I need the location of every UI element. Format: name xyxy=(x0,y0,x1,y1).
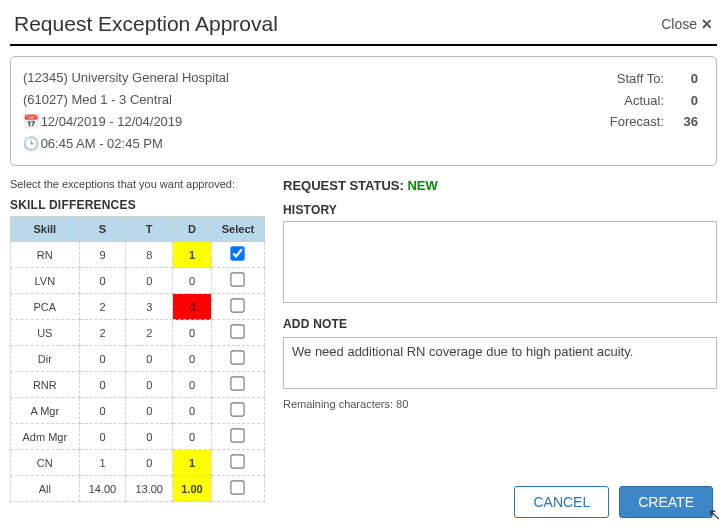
table-row: All14.0013.001.00 xyxy=(11,476,265,502)
add-note-heading: ADD NOTE xyxy=(283,317,717,331)
cell-t: 0 xyxy=(126,450,173,476)
cell-skill: LVN xyxy=(11,268,80,294)
cell-select xyxy=(211,268,264,294)
row-checkbox[interactable] xyxy=(231,429,245,443)
history-box[interactable] xyxy=(283,221,717,303)
table-row: Dir000 xyxy=(11,346,265,372)
table-row: A Mgr000 xyxy=(11,398,265,424)
cell-t: 0 xyxy=(126,268,173,294)
cell-t: 13.00 xyxy=(126,476,173,502)
cell-d: 0 xyxy=(173,398,212,424)
cell-s: 2 xyxy=(79,320,126,346)
note-textarea[interactable] xyxy=(283,337,717,389)
cell-select xyxy=(211,450,264,476)
cell-select xyxy=(211,242,264,268)
calendar-icon: 📅 xyxy=(23,111,37,133)
cell-skill: US xyxy=(11,320,80,346)
row-checkbox[interactable] xyxy=(231,455,245,469)
cell-s: 0 xyxy=(79,372,126,398)
table-row: Adm Mgr000 xyxy=(11,424,265,450)
cell-s: 0 xyxy=(79,398,126,424)
cell-select xyxy=(211,294,264,320)
skill-table: Skill S T D Select RN981LVN000PCA23-1US2… xyxy=(10,216,265,502)
instruction-text: Select the exceptions that you want appr… xyxy=(10,178,265,190)
cell-skill: All xyxy=(11,476,80,502)
table-row: CN101 xyxy=(11,450,265,476)
row-checkbox[interactable] xyxy=(231,481,245,495)
staff-to-label: Staff To: xyxy=(606,69,668,89)
unit-name: (61027) Med 1 - 3 Central xyxy=(23,89,229,111)
col-skill: Skill xyxy=(11,217,80,242)
cell-select xyxy=(211,320,264,346)
cell-d: 0 xyxy=(173,372,212,398)
cell-select xyxy=(211,372,264,398)
skill-diff-heading: SKILL DIFFERENCES xyxy=(10,198,265,212)
table-row: RN981 xyxy=(11,242,265,268)
col-select: Select xyxy=(211,217,264,242)
cell-s: 2 xyxy=(79,294,126,320)
cell-skill: A Mgr xyxy=(11,398,80,424)
table-row: RNR000 xyxy=(11,372,265,398)
row-checkbox[interactable] xyxy=(231,325,245,339)
col-d: D xyxy=(173,217,212,242)
cell-d: 0 xyxy=(173,346,212,372)
create-button[interactable]: CREATE xyxy=(619,486,713,518)
cell-skill: Adm Mgr xyxy=(11,424,80,450)
cell-d: -1 xyxy=(173,294,212,320)
cell-skill: CN xyxy=(11,450,80,476)
actual-label: Actual: xyxy=(606,91,668,111)
cell-s: 1 xyxy=(79,450,126,476)
close-icon: ✕ xyxy=(701,16,713,32)
cell-d: 1 xyxy=(173,450,212,476)
titlebar: Request Exception Approval Close✕ xyxy=(10,8,717,46)
remaining-chars: Remaining characters: 80 xyxy=(283,398,717,410)
row-checkbox[interactable] xyxy=(231,377,245,391)
cell-d: 1.00 xyxy=(173,476,212,502)
col-t: T xyxy=(126,217,173,242)
cell-s: 0 xyxy=(79,346,126,372)
dialog-title: Request Exception Approval xyxy=(14,12,278,36)
forecast-value: 36 xyxy=(674,112,698,132)
row-checkbox[interactable] xyxy=(231,247,245,261)
row-checkbox[interactable] xyxy=(231,351,245,365)
close-label: Close xyxy=(661,16,697,32)
cell-t: 3 xyxy=(126,294,173,320)
clock-icon: 🕒 xyxy=(23,133,37,155)
cell-select xyxy=(211,424,264,450)
cell-d: 1 xyxy=(173,242,212,268)
status-value: NEW xyxy=(407,178,437,193)
cell-s: 14.00 xyxy=(79,476,126,502)
cell-t: 0 xyxy=(126,424,173,450)
history-heading: HISTORY xyxy=(283,203,717,217)
context-panel: (12345) University General Hospital (610… xyxy=(10,56,717,166)
cell-t: 2 xyxy=(126,320,173,346)
date-range: 12/04/2019 - 12/04/2019 xyxy=(41,114,183,129)
table-row: LVN000 xyxy=(11,268,265,294)
stats-table: Staff To:0 Actual:0 Forecast:36 xyxy=(604,67,704,134)
close-button[interactable]: Close✕ xyxy=(661,16,713,32)
cell-select xyxy=(211,346,264,372)
cell-t: 0 xyxy=(126,372,173,398)
cell-t: 0 xyxy=(126,346,173,372)
status-line: REQUEST STATUS: NEW xyxy=(283,178,717,193)
status-label: REQUEST STATUS: xyxy=(283,178,407,193)
actual-value: 0 xyxy=(674,91,698,111)
cell-skill: RN xyxy=(11,242,80,268)
cell-d: 0 xyxy=(173,320,212,346)
col-s: S xyxy=(79,217,126,242)
row-checkbox[interactable] xyxy=(231,403,245,417)
cell-s: 0 xyxy=(79,424,126,450)
cell-d: 0 xyxy=(173,424,212,450)
facility-name: (12345) University General Hospital xyxy=(23,67,229,89)
cell-t: 8 xyxy=(126,242,173,268)
cancel-button[interactable]: CANCEL xyxy=(514,486,609,518)
row-checkbox[interactable] xyxy=(231,299,245,313)
table-row: US220 xyxy=(11,320,265,346)
cell-skill: Dir xyxy=(11,346,80,372)
cell-skill: RNR xyxy=(11,372,80,398)
table-row: PCA23-1 xyxy=(11,294,265,320)
cell-skill: PCA xyxy=(11,294,80,320)
cell-select xyxy=(211,398,264,424)
row-checkbox[interactable] xyxy=(231,273,245,287)
cell-s: 0 xyxy=(79,268,126,294)
